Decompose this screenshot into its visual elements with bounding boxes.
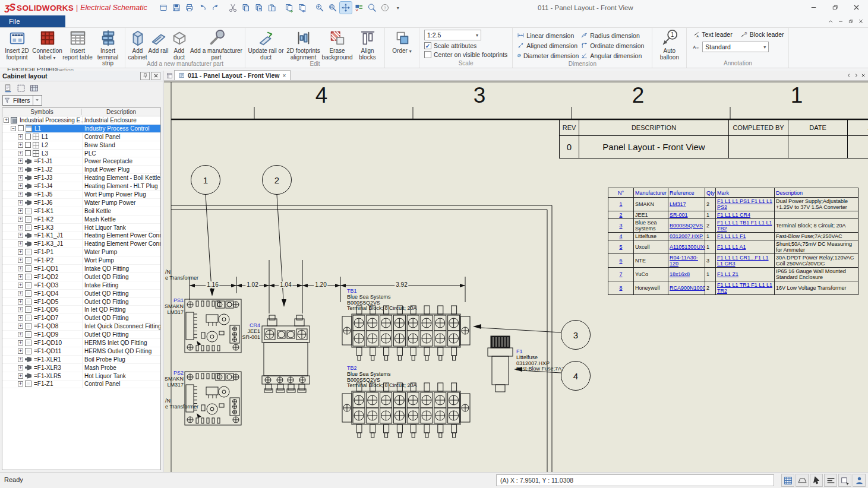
archive-button[interactable] [29, 83, 39, 93]
bom-cell[interactable]: F1 L1 L1 A1 [716, 240, 775, 254]
save-button[interactable] [171, 2, 182, 14]
document-list-icon[interactable] [166, 72, 173, 79]
collapse-box[interactable]: − [11, 126, 16, 131]
expand-box[interactable]: + [18, 192, 23, 197]
bom-cell[interactable]: A11051300UX0044 [668, 240, 705, 254]
tab-scroll-right-icon[interactable] [853, 71, 860, 80]
bom-link[interactable]: F1 L1 L1 CR4 [717, 212, 750, 218]
expand-box[interactable]: + [18, 274, 23, 280]
tab-list-close-icon[interactable] [860, 71, 867, 80]
ordinate-dimension-button[interactable]: Ordinate dimension [580, 40, 648, 50]
paste-button[interactable] [266, 2, 278, 14]
qat-options-button[interactable]: ▾ [392, 2, 404, 14]
annotation-style-select[interactable]: Standard▾ [702, 42, 769, 52]
expand-box[interactable]: + [18, 291, 23, 296]
panel-close-button[interactable] [151, 72, 160, 80]
tree-row[interactable]: +=F1-J2Input Power Plug [2, 166, 160, 174]
order-button[interactable]: Order ▾ [387, 28, 417, 55]
help-button[interactable]: ? [379, 2, 391, 14]
tree-row[interactable]: +=F1-QD5Outlet QD Fitting [2, 298, 160, 306]
tree-row[interactable]: +=F1-K1Boil Kettle [2, 207, 160, 216]
expand-box[interactable]: + [18, 175, 23, 180]
new-doc-button[interactable] [2, 83, 13, 93]
update-rail-or-duct-button[interactable]: Update rail or duct [247, 28, 285, 61]
description-column-header[interactable]: Description [82, 109, 160, 115]
expand-box[interactable]: + [18, 208, 23, 214]
f1-fuse[interactable] [488, 336, 513, 392]
tree-row[interactable]: +=F1-QD1Intake QD Fitting [2, 265, 160, 273]
bom-cell[interactable]: 4 [608, 233, 634, 240]
doc-close-button[interactable] [856, 16, 866, 27]
tree-row[interactable]: +=F1-K3_J1Heating Element Power Conne... [2, 240, 160, 248]
add-cabinet-button[interactable]: Add cabinet [127, 28, 148, 61]
copy-button[interactable] [240, 2, 252, 14]
add-rail-button[interactable]: Add rail [148, 28, 169, 55]
bom-cell[interactable]: F1 L1 L1 CR1...F1 L1 L1 CR3 [716, 254, 775, 268]
bom-cell[interactable]: F1 L1 Z1 [716, 268, 775, 281]
tree-row[interactable]: +=F1-QD4Outlet QD Fitting [2, 290, 160, 298]
tree-row[interactable]: +=F1-K1_J1Heating Element Power Conne... [2, 232, 160, 240]
bom-link[interactable]: 1 [619, 201, 622, 207]
tb1-terminal-block[interactable] [342, 306, 470, 360]
document-tab[interactable]: 011 - Panel Layout - Front View × [174, 70, 291, 80]
redo-button[interactable] [210, 2, 222, 14]
tree-row[interactable]: +=F1-Z1Control Panel [2, 381, 160, 389]
tree-row[interactable]: +=F1-J3Heating Element - Boil Kettle Pl.… [2, 174, 160, 182]
tree-row[interactable]: +=F1-P2Wort Pump [2, 256, 160, 265]
tree-row[interactable]: +=F1-K2Mash Kettle [2, 216, 160, 224]
expand-box[interactable]: + [18, 365, 23, 370]
tree-row[interactable]: +=F1-K3Hot Liquor Tank [2, 224, 160, 232]
expand-box[interactable]: + [18, 159, 23, 164]
tree-row[interactable]: +=F1-J6Water Pump Power [2, 199, 160, 207]
expand-box[interactable]: + [18, 266, 23, 271]
expand-box[interactable]: + [18, 241, 23, 246]
linear-dimension-button[interactable]: Linear dimension [517, 30, 579, 40]
bom-link[interactable]: F1 L1 L1 A1 [717, 244, 746, 250]
row-checkbox[interactable] [25, 134, 31, 140]
expand-box[interactable]: + [18, 299, 23, 305]
balloon-4[interactable]: 4 [561, 361, 591, 391]
expand-box[interactable]: + [18, 151, 23, 156]
center-on-visible-footprints-checkbox[interactable]: Center on visible footprints [424, 51, 507, 58]
bom-link[interactable]: F1 L1 L1 CR1...F1 L1 L1 CR3 [717, 255, 769, 267]
tree-row[interactable]: +=F1-QD11HERMS Outlet QD Fitting [2, 347, 160, 356]
tree-row[interactable]: +=F1-QD9Outlet QD Fitting [2, 331, 160, 339]
insert-2d-footprint-button[interactable]: Insert 2D footprint [2, 28, 32, 61]
bom-link[interactable]: A11051300UX0044 [670, 244, 705, 250]
angular-dimension-button[interactable]: Angular dimension [580, 50, 648, 61]
expand-box[interactable]: + [18, 217, 23, 222]
expand-box[interactable]: + [18, 315, 23, 321]
grid-toggle[interactable] [781, 474, 794, 487]
bom-cell[interactable]: 6 [608, 254, 634, 268]
expand-box[interactable]: + [18, 357, 23, 362]
tree-row[interactable]: +=F1-XLR1Boil Probe Plug [2, 356, 160, 364]
tab-close-icon[interactable]: × [282, 72, 286, 79]
expand-box[interactable]: + [4, 118, 9, 123]
balloon-3[interactable]: 3 [561, 320, 591, 350]
pan-button[interactable] [340, 2, 352, 14]
bom-cell[interactable]: 5 [608, 240, 634, 254]
text-leader-button[interactable]: AText leader [692, 30, 732, 39]
bom-link[interactable]: B000S5Q2VS [670, 223, 703, 229]
bom-link[interactable]: 5 [619, 244, 622, 250]
add-duct-button[interactable]: Add duct [169, 28, 190, 61]
expand-box[interactable]: + [18, 258, 23, 263]
copy-document-button[interactable] [283, 2, 295, 14]
solidworks-window-button[interactable] [157, 2, 169, 14]
cut-button[interactable] [227, 2, 239, 14]
doc-minimize-button[interactable] [835, 16, 845, 27]
restore-button[interactable] [824, 0, 845, 15]
row-checkbox[interactable] [25, 150, 31, 156]
expand-box[interactable]: + [18, 332, 23, 337]
tree-row[interactable]: +=F1-J1Power Receptacle [2, 157, 160, 166]
connection-label-button[interactable]: Connection label ▾ [32, 28, 62, 61]
bom-cell[interactable]: 7 [608, 268, 634, 281]
balloon-2[interactable]: 2 [262, 165, 292, 195]
insert-terminal-strip-button[interactable]: Insert terminal strip [93, 28, 123, 67]
bom-link[interactable]: F1 L1 L1 F1 [717, 233, 746, 239]
paste-document-button[interactable] [296, 2, 308, 14]
expand-box[interactable]: + [18, 307, 23, 312]
cursor-toggle[interactable] [810, 474, 823, 487]
bom-link[interactable]: 3 [619, 223, 622, 229]
insert-report-table-button[interactable]: Insert report table [62, 28, 93, 61]
